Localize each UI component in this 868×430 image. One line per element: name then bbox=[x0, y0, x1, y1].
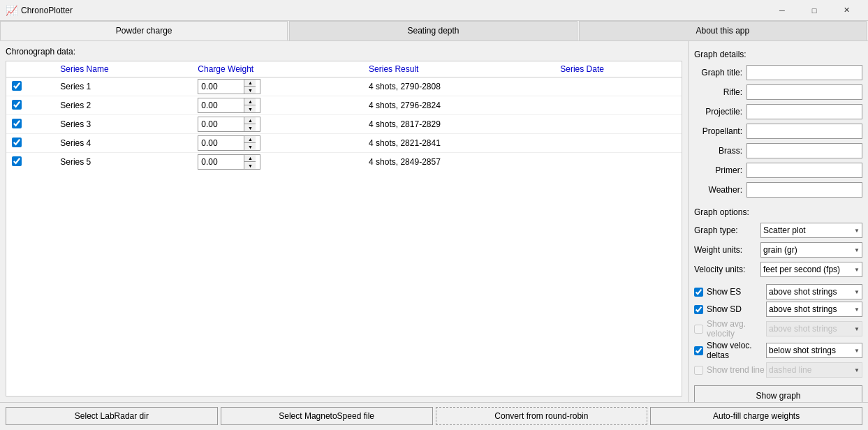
row-2-weight-input[interactable] bbox=[198, 99, 244, 112]
tab-bar: Powder charge Seating depth About this a… bbox=[0, 21, 868, 41]
check-rows-container: Show ESabove shot stringsbelow shot stri… bbox=[694, 284, 862, 380]
showTrend-select-wrapper: dashed linesolid line bbox=[766, 362, 862, 378]
weight-units-select-wrapper: grain (gr)gram (g) bbox=[760, 242, 862, 258]
field-label-1: Rifle: bbox=[694, 87, 746, 97]
row-2-weight: ▲▼ bbox=[198, 98, 260, 113]
check-row-showTrend: Show trend linedashed linesolid line bbox=[694, 362, 862, 378]
row-4-weight-up[interactable]: ▲ bbox=[244, 136, 256, 143]
tab-about[interactable]: About this app bbox=[579, 21, 867, 40]
bottom-btn-1[interactable]: Select MagnetoSpeed file bbox=[221, 407, 433, 425]
row-1-weight-up[interactable]: ▲ bbox=[244, 80, 256, 87]
field-label-0: Graph title: bbox=[694, 68, 746, 77]
bottom-btn-0[interactable]: Select LabRadar dir bbox=[6, 407, 218, 425]
row-3-date bbox=[554, 115, 682, 134]
bottom-btn-3[interactable]: Auto-fill charge weights bbox=[650, 407, 862, 425]
show-graph-button[interactable]: Show graph bbox=[694, 385, 862, 402]
field-input-4[interactable] bbox=[746, 143, 862, 158]
velocity-units-select[interactable]: feet per second (fps)meters per second (… bbox=[760, 262, 862, 277]
row-1-date bbox=[554, 77, 682, 96]
field-label-4: Brass: bbox=[694, 146, 746, 156]
showES-select[interactable]: above shot stringsbelow shot strings bbox=[766, 284, 862, 299]
showES-checkbox[interactable] bbox=[694, 288, 703, 297]
row-1-weight-down[interactable]: ▼ bbox=[244, 87, 256, 94]
row-3-weight: ▲▼ bbox=[198, 117, 260, 132]
row-3-weight-input[interactable] bbox=[198, 118, 244, 131]
window-controls: ─ □ ✕ bbox=[766, 0, 862, 21]
tab-powder-charge[interactable]: Powder charge bbox=[0, 21, 288, 40]
row-4-weight: ▲▼ bbox=[198, 135, 260, 151]
field-input-6[interactable] bbox=[746, 182, 862, 198]
showTrend-select: dashed linesolid line bbox=[766, 362, 862, 378]
title-bar: 📈 ChronoPlotter ─ □ ✕ bbox=[0, 0, 868, 21]
graph-type-label: Graph type: bbox=[694, 225, 760, 235]
left-panel: Chronograph data: Series Name Charge Wei… bbox=[0, 41, 688, 402]
check-row-showSD: Show SDabove shot stringsbelow shot stri… bbox=[694, 302, 862, 317]
row-5-weight-down[interactable]: ▼ bbox=[244, 162, 256, 169]
close-button[interactable]: ✕ bbox=[830, 0, 862, 21]
field-row-2: Projectile: bbox=[694, 104, 862, 119]
field-input-5[interactable] bbox=[746, 163, 862, 178]
maximize-button[interactable]: □ bbox=[798, 0, 830, 21]
field-label-2: Projectile: bbox=[694, 107, 746, 117]
showSD-select[interactable]: above shot stringsbelow shot strings bbox=[766, 302, 862, 317]
showVeloc-select[interactable]: above shot stringsbelow shot strings bbox=[766, 343, 862, 358]
row-5-weight: ▲▼ bbox=[198, 154, 260, 170]
showSD-select-wrapper: above shot stringsbelow shot strings bbox=[766, 302, 862, 317]
row-3-name: Series 3 bbox=[54, 115, 192, 134]
velocity-units-select-wrapper: feet per second (fps)meters per second (… bbox=[760, 262, 862, 277]
chronograph-data-label: Chronograph data: bbox=[6, 47, 682, 57]
row-4-checkbox[interactable] bbox=[12, 138, 22, 147]
showVeloc-select-wrapper: above shot stringsbelow shot strings bbox=[766, 343, 862, 358]
bottom-buttons: Select LabRadar dirSelect MagnetoSpeed f… bbox=[0, 402, 868, 429]
row-2-date bbox=[554, 96, 682, 115]
velocity-units-label: Velocity units: bbox=[694, 265, 760, 274]
row-5-date bbox=[554, 153, 682, 172]
table-scroll[interactable]: Series Name Charge Weight Series Result … bbox=[6, 61, 682, 396]
row-1-weight-input[interactable] bbox=[198, 80, 244, 93]
graph-type-select-wrapper: Scatter plotLine plotBar chart bbox=[760, 223, 862, 238]
velocity-units-row: Velocity units: feet per second (fps)met… bbox=[694, 262, 862, 277]
tab-seating-depth[interactable]: Seating depth bbox=[289, 21, 577, 40]
row-5-weight-up[interactable]: ▲ bbox=[244, 155, 256, 162]
weight-units-row: Weight units: grain (gr)gram (g) bbox=[694, 242, 862, 258]
row-4-weight-input[interactable] bbox=[198, 137, 244, 149]
field-row-4: Brass: bbox=[694, 143, 862, 158]
showAvg-select: above shot stringsbelow shot strings bbox=[766, 321, 862, 336]
check-row-showES: Show ESabove shot stringsbelow shot stri… bbox=[694, 284, 862, 299]
graph-type-select[interactable]: Scatter plotLine plotBar chart bbox=[760, 223, 862, 238]
row-3-checkbox[interactable] bbox=[12, 119, 22, 128]
check-row-showVeloc: Show veloc. deltasabove shot stringsbelo… bbox=[694, 341, 862, 360]
graph-type-row: Graph type: Scatter plotLine plotBar cha… bbox=[694, 223, 862, 238]
table-row: Series 2▲▼4 shots, 2796-2824 bbox=[6, 96, 682, 115]
showVeloc-checkbox[interactable] bbox=[694, 346, 703, 355]
row-3-weight-up[interactable]: ▲ bbox=[244, 117, 256, 124]
field-input-0[interactable] bbox=[746, 65, 862, 80]
showAvg-select-wrapper: above shot stringsbelow shot strings bbox=[766, 321, 862, 336]
field-label-5: Primer: bbox=[694, 165, 746, 175]
row-5-weight-input[interactable] bbox=[198, 156, 244, 168]
row-2-checkbox[interactable] bbox=[12, 100, 22, 110]
row-3-weight-down[interactable]: ▼ bbox=[244, 124, 256, 131]
table-row: Series 3▲▼4 shots, 2817-2829 bbox=[6, 115, 682, 134]
weight-units-select[interactable]: grain (gr)gram (g) bbox=[760, 242, 862, 258]
row-1-checkbox[interactable] bbox=[12, 81, 22, 91]
table-row: Series 5▲▼4 shots, 2849-2857 bbox=[6, 153, 682, 172]
field-row-6: Weather: bbox=[694, 182, 862, 198]
field-input-3[interactable] bbox=[746, 124, 862, 139]
showES-label: Show ES bbox=[707, 287, 766, 297]
field-input-2[interactable] bbox=[746, 104, 862, 119]
minimize-button[interactable]: ─ bbox=[766, 0, 798, 21]
showSD-checkbox[interactable] bbox=[694, 305, 703, 314]
main-layout: Chronograph data: Series Name Charge Wei… bbox=[0, 41, 868, 402]
field-input-1[interactable] bbox=[746, 84, 862, 100]
row-4-weight-down[interactable]: ▼ bbox=[244, 143, 256, 150]
row-5-checkbox[interactable] bbox=[12, 156, 22, 166]
row-5-name: Series 5 bbox=[54, 153, 192, 172]
graph-details-section: Graph title:Rifle:Projectile:Propellant:… bbox=[694, 65, 862, 199]
showTrend-label: Show trend line bbox=[707, 365, 766, 375]
bottom-btn-2[interactable]: Convert from round-robin bbox=[436, 407, 648, 425]
field-label-6: Weather: bbox=[694, 185, 746, 195]
row-2-weight-up[interactable]: ▲ bbox=[244, 98, 256, 105]
field-row-1: Rifle: bbox=[694, 84, 862, 100]
row-2-weight-down[interactable]: ▼ bbox=[244, 105, 256, 112]
